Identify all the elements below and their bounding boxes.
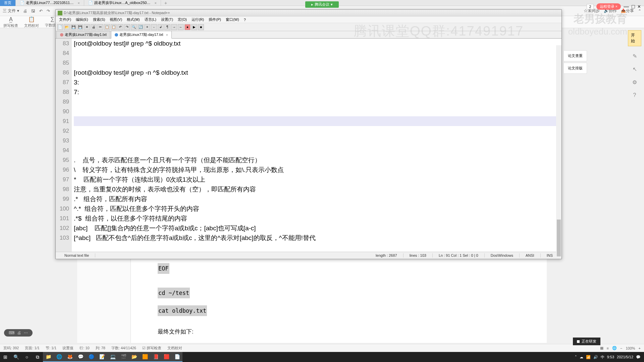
zoom-in-icon[interactable]: + xyxy=(639,346,641,350)
proofread-button[interactable]: 📋文档校对 xyxy=(24,16,39,28)
browser-tab-home[interactable]: 首页 xyxy=(0,0,16,6)
taskbar-app-11[interactable]: 📕 xyxy=(150,352,161,362)
npp-editor[interactable]: 8384858687888990919293949596979899100101… xyxy=(56,39,561,252)
notification-badge[interactable]: 2 xyxy=(587,4,593,9)
floating-pill[interactable]: ⌨ 🖨 ⋯ xyxy=(4,329,33,337)
page-number[interactable]: 页码: 392 xyxy=(3,346,19,351)
taskbar-app-8[interactable]: 🎬 xyxy=(118,352,129,362)
plagiarism-check[interactable]: 论文查重 xyxy=(564,50,587,61)
print-icon[interactable]: 🖨 xyxy=(17,330,21,335)
taskbar-app-7[interactable]: 💻 xyxy=(107,352,118,362)
taskbar-app-1[interactable]: 📁 xyxy=(43,352,54,362)
save-icon[interactable]: 💾 xyxy=(70,24,76,30)
taskbar-app-5[interactable]: 🔵 xyxy=(86,352,97,362)
undo-icon[interactable]: ↶ xyxy=(117,24,123,30)
menu-format[interactable]: 格式(M) xyxy=(125,16,142,23)
menu-edit[interactable]: 编辑(E) xyxy=(74,16,90,23)
recording-badge[interactable]: 正在研发 xyxy=(573,338,600,345)
minimize-icon[interactable]: — xyxy=(624,4,629,10)
close-icon[interactable]: × xyxy=(154,1,156,5)
zoom-out-icon[interactable]: − xyxy=(620,346,622,350)
menu-file[interactable]: 文件(F) xyxy=(57,16,73,23)
start-button[interactable]: 开始 xyxy=(628,30,641,46)
play-macro-icon[interactable]: ▶ xyxy=(191,24,197,30)
cursor-icon[interactable]: ↖ xyxy=(633,66,637,72)
proofread-status[interactable]: 文档校对 xyxy=(167,346,182,351)
taskbar-app-10[interactable]: 🟧 xyxy=(140,352,150,362)
scroll-thumb[interactable] xyxy=(557,220,561,256)
menu-plugins[interactable]: 插件(P) xyxy=(207,16,223,23)
search-icon[interactable]: 🔍 xyxy=(11,352,21,362)
cortana-icon[interactable]: ○ xyxy=(21,352,32,362)
view-outline-icon[interactable]: ≡ xyxy=(607,346,609,350)
taskbar-app-4[interactable]: 💬 xyxy=(75,352,86,362)
toolbar-save-icon[interactable]: 🖫 xyxy=(31,9,35,13)
browser-tab-2[interactable]: 📄跟老男孩学Linux…A_oldbox250…× xyxy=(84,0,161,6)
tray-notifications-icon[interactable]: 💬 xyxy=(636,355,641,359)
code-area[interactable]: [root@oldboy test]# grep ^$ oldboy.txt[r… xyxy=(72,39,561,252)
toolbar-undo-icon[interactable]: ↶ xyxy=(39,9,43,13)
taskbar-app-9[interactable]: 📂 xyxy=(129,352,140,362)
tray-volume-icon[interactable]: 🔊 xyxy=(593,355,598,359)
stop-macro-icon[interactable]: ■ xyxy=(198,24,204,30)
tray-ime-icon[interactable]: 中 xyxy=(601,355,604,360)
zoom-out-icon[interactable]: - xyxy=(151,24,157,30)
toolbar-redo-icon[interactable]: ↷ xyxy=(47,9,50,13)
menu-settings[interactable]: 设置(T) xyxy=(159,16,175,23)
cut-icon[interactable]: ✂ xyxy=(97,24,103,30)
help-icon[interactable]: ? xyxy=(633,92,636,98)
close-icon[interactable]: × xyxy=(638,4,641,10)
maximize-icon[interactable]: □ xyxy=(632,4,635,10)
menu-view[interactable]: 视图(V) xyxy=(108,16,124,23)
toolbar-print-icon[interactable]: 🖨 xyxy=(23,9,27,13)
show-chars-icon[interactable]: ¶ xyxy=(164,24,170,30)
zoom-in-icon[interactable]: + xyxy=(144,24,150,30)
taskbar-app-13[interactable]: 📄 xyxy=(172,352,182,362)
npp-tab-0[interactable]: 老男孩Linux77期-day1.txt xyxy=(56,31,110,39)
print-icon[interactable]: 🖨 xyxy=(91,24,97,30)
menu-search[interactable]: 搜索(S) xyxy=(91,16,107,23)
tray-network-icon[interactable]: 📶 xyxy=(586,355,591,359)
outdent-icon[interactable]: ← xyxy=(178,24,184,30)
menu-macro[interactable]: 宏(O) xyxy=(176,16,189,23)
word-count[interactable]: 字数: 44/11426 xyxy=(111,346,136,351)
replace-icon[interactable]: 🔄 xyxy=(138,24,144,30)
find-icon[interactable]: 🔍 xyxy=(131,24,137,30)
taskbar-app-12[interactable]: 🟥 xyxy=(161,352,172,362)
tray-time[interactable]: 9:53 xyxy=(607,355,614,359)
spellcheck-status[interactable]: ☑ 拼写检查 xyxy=(142,346,161,351)
tray-onedrive-icon[interactable]: ☁ xyxy=(580,355,583,359)
new-file-icon[interactable]: 📄 xyxy=(57,24,63,30)
menu-help[interactable]: ? xyxy=(242,17,248,22)
open-file-icon[interactable]: 📂 xyxy=(64,24,70,30)
menu-window[interactable]: 窗口(W) xyxy=(224,16,241,23)
edit-icon[interactable]: ✎ xyxy=(633,53,637,59)
npp-titlebar[interactable]: D:\老男孩Linux77期高薪就业班\Linux77期-day17.txt -… xyxy=(56,10,561,16)
close-file-icon[interactable]: ✕ xyxy=(84,24,90,30)
zoom-level[interactable]: 100% xyxy=(626,346,635,350)
redo-icon[interactable]: ↷ xyxy=(124,24,130,30)
more-icon[interactable]: ⋯ xyxy=(24,330,28,335)
settings-icon[interactable]: ⚙ xyxy=(632,79,637,85)
taskview-icon[interactable]: ⧉ xyxy=(32,352,43,362)
tray-date[interactable]: 2021/5/12 xyxy=(617,355,633,359)
start-menu-icon[interactable]: ⊞ xyxy=(0,352,11,362)
login-button[interactable]: 远程登录 × xyxy=(596,3,621,10)
view-mode-icon[interactable]: ▦ xyxy=(600,346,603,350)
wrap-icon[interactable]: ↲ xyxy=(158,24,164,30)
browser-tab-1[interactable]: 📄老男孩Linux77…20210511…× xyxy=(16,0,84,6)
menu-language[interactable]: 语言(L) xyxy=(143,16,158,23)
tencent-meeting-badge[interactable]: ▸ 腾讯会议 ▾ xyxy=(305,1,339,8)
view-web-icon[interactable]: 🌐 xyxy=(612,346,617,350)
tray-up-icon[interactable]: ˄ xyxy=(575,355,577,359)
npp-tab-1[interactable]: 老男孩Linux77期-day17.txt× xyxy=(111,31,172,39)
paper-format[interactable]: 论文排版 xyxy=(564,63,587,74)
copy-icon[interactable]: 📋 xyxy=(104,24,110,30)
spellcheck-button[interactable]: A̲拼写检查 xyxy=(3,16,18,28)
record-macro-icon[interactable]: ● xyxy=(184,24,191,30)
taskbar-app-3[interactable]: 🦊 xyxy=(64,352,75,362)
taskbar-app-2[interactable]: 🌐 xyxy=(54,352,64,362)
file-menu[interactable]: 三 文件 ▾ xyxy=(3,8,19,14)
new-tab-button[interactable]: + xyxy=(161,0,170,6)
save-all-icon[interactable]: 💾 xyxy=(77,24,83,30)
